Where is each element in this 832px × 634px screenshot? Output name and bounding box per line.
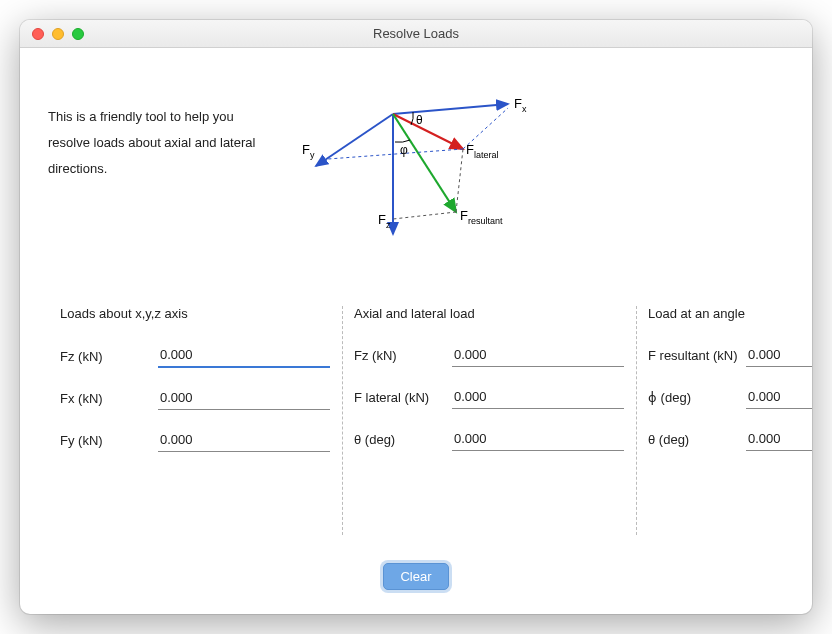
field-label: Fz (kN) (60, 349, 158, 368)
field-label: Fz (kN) (354, 348, 452, 367)
fres-input[interactable] (746, 343, 812, 367)
flat-input[interactable] (452, 385, 624, 409)
field-label: F resultant (kN) (648, 348, 746, 367)
field-fx: Fx (kN) (60, 386, 330, 410)
app-window: Resolve Loads This is a friendly tool to… (20, 20, 812, 614)
intro-row: This is a friendly tool to help you reso… (48, 94, 784, 252)
content-area: This is a friendly tool to help you reso… (20, 48, 812, 614)
svg-line-8 (393, 212, 456, 219)
svg-text:Flateral: Flateral (466, 142, 498, 160)
field-label: Fy (kN) (60, 433, 158, 452)
intro-text: This is a friendly tool to help you reso… (48, 94, 278, 182)
svg-text:Fresultant: Fresultant (460, 208, 503, 226)
field-label: Fx (kN) (60, 391, 158, 410)
field-fy: Fy (kN) (60, 428, 330, 452)
titlebar: Resolve Loads (20, 20, 812, 48)
fy-input[interactable] (158, 428, 330, 452)
input-columns: Loads about x,y,z axis Fz (kN) Fx (kN) F… (48, 292, 784, 555)
group-angle: Load at an angle F resultant (kN) ϕ (deg… (636, 306, 812, 555)
svg-text:Fy: Fy (302, 142, 315, 160)
window-title: Resolve Loads (20, 26, 812, 41)
footer: Clear (48, 555, 784, 590)
group-xyz: Loads about x,y,z axis Fz (kN) Fx (kN) F… (48, 306, 342, 555)
field-label: θ (deg) (648, 432, 746, 451)
group-title: Load at an angle (648, 306, 812, 321)
field-fz2: Fz (kN) (354, 343, 624, 367)
svg-line-1 (316, 114, 393, 166)
field-fres: F resultant (kN) (648, 343, 812, 367)
svg-text:θ: θ (416, 113, 423, 127)
phi-input[interactable] (746, 385, 812, 409)
svg-line-7 (456, 149, 463, 212)
field-fz: Fz (kN) (60, 343, 330, 368)
field-label: θ (deg) (354, 432, 452, 451)
group-title: Axial and lateral load (354, 306, 624, 321)
fz2-input[interactable] (452, 343, 624, 367)
group-axial: Axial and lateral load Fz (kN) F lateral… (342, 306, 636, 555)
field-label: ϕ (deg) (648, 390, 746, 409)
svg-text:Fx: Fx (514, 96, 527, 114)
field-flat: F lateral (kN) (354, 385, 624, 409)
fx-input[interactable] (158, 386, 330, 410)
field-theta2: θ (deg) (648, 427, 812, 451)
field-theta: θ (deg) (354, 427, 624, 451)
theta-input[interactable] (452, 427, 624, 451)
field-phi: ϕ (deg) (648, 385, 812, 409)
clear-button[interactable]: Clear (383, 563, 448, 590)
group-title: Loads about x,y,z axis (60, 306, 330, 321)
svg-line-0 (393, 104, 508, 114)
field-label: F lateral (kN) (354, 390, 452, 409)
svg-text:φ: φ (400, 143, 408, 157)
svg-text:Fz: Fz (378, 212, 391, 230)
svg-line-6 (328, 149, 463, 159)
fz-input[interactable] (158, 343, 330, 368)
vector-diagram: Fx Fy Fz Flateral Fresultant θ φ (298, 94, 558, 252)
theta2-input[interactable] (746, 427, 812, 451)
